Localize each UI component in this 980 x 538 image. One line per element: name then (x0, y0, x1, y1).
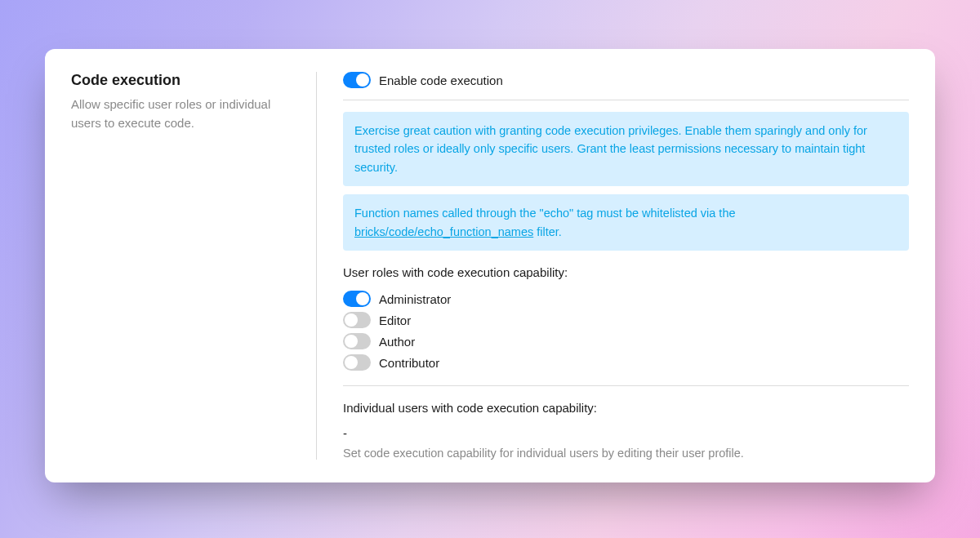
roles-heading: User roles with code execution capabilit… (343, 265, 909, 279)
divider (343, 385, 909, 386)
section-title: Code execution (71, 72, 290, 89)
role-item: Contributor (343, 354, 909, 371)
enable-code-execution-label: Enable code execution (379, 73, 503, 87)
settings-sidebar: Code execution Allow specific user roles… (71, 72, 316, 460)
roles-list: AdministratorEditorAuthorContributor (343, 291, 909, 371)
whitelist-filter-link[interactable]: bricks/code/echo_function_names (354, 225, 533, 238)
role-toggle-contributor[interactable] (343, 354, 371, 371)
role-label: Editor (379, 313, 411, 327)
role-label: Contributor (379, 356, 439, 370)
enable-code-execution-row: Enable code execution (343, 72, 909, 88)
role-label: Author (379, 335, 415, 349)
users-hint: Set code execution capability for indivi… (343, 447, 909, 460)
role-toggle-administrator[interactable] (343, 291, 371, 307)
settings-card: Code execution Allow specific user roles… (45, 49, 935, 482)
role-label: Administrator (379, 292, 451, 306)
settings-content: Enable code execution Exercise great cau… (343, 72, 909, 460)
whitelist-prefix: Function names called through the "echo"… (354, 207, 736, 220)
divider (343, 100, 909, 100)
caution-notice: Exercise great caution with granting cod… (343, 112, 909, 186)
whitelist-suffix: filter. (533, 225, 562, 238)
role-toggle-author[interactable] (343, 333, 371, 349)
role-toggle-editor[interactable] (343, 312, 371, 328)
users-heading: Individual users with code execution cap… (343, 401, 909, 415)
whitelist-notice: Function names called through the "echo"… (343, 194, 909, 251)
users-empty: - (343, 426, 909, 440)
section-description: Allow specific user roles or individual … (71, 96, 290, 132)
role-item: Administrator (343, 291, 909, 307)
role-item: Author (343, 333, 909, 349)
enable-code-execution-toggle[interactable] (343, 72, 371, 88)
vertical-divider (316, 72, 317, 460)
role-item: Editor (343, 312, 909, 328)
